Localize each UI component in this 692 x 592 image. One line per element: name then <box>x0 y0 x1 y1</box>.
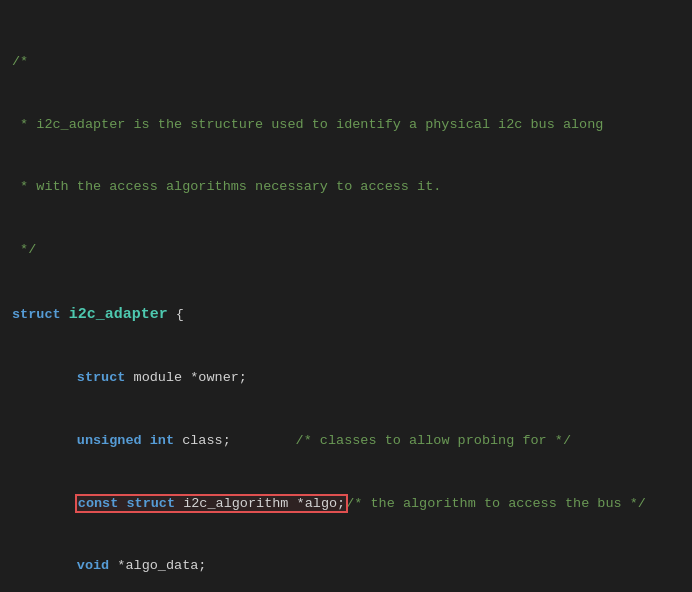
line-algo: const struct i2c_algorithm *algo;/* the … <box>12 494 680 515</box>
line-class: unsigned int class; /* classes to allow … <box>12 431 680 452</box>
line-comment2: * i2c_adapter is the structure used to i… <box>12 115 680 136</box>
line-comment3: * with the access algorithms necessary t… <box>12 177 680 198</box>
line-comment1: /* <box>12 52 680 73</box>
line-algo-data: void *algo_data; <box>12 556 680 577</box>
code-content: /* * i2c_adapter is the structure used t… <box>12 10 680 592</box>
line-comment4: */ <box>12 240 680 261</box>
line-struct-decl: struct i2c_adapter { <box>12 303 680 326</box>
line-owner: struct module *owner; <box>12 368 680 389</box>
code-container: /* * i2c_adapter is the structure used t… <box>12 10 680 592</box>
